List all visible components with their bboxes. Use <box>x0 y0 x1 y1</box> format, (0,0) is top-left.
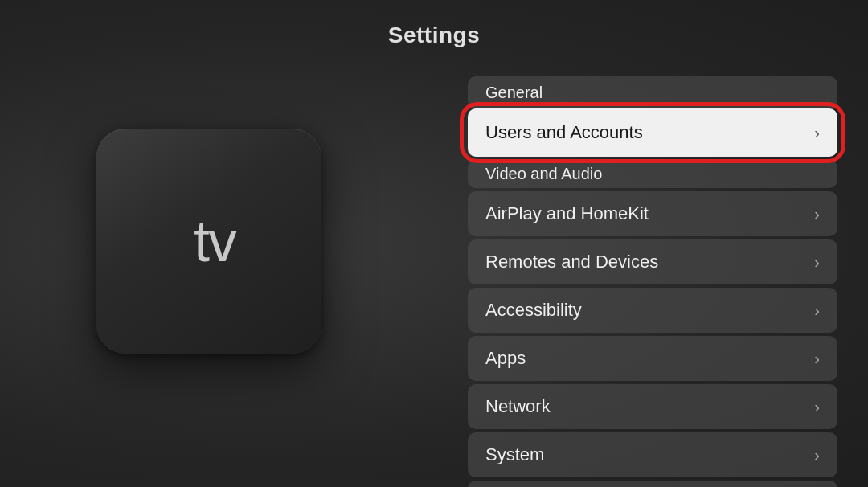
network-chevron-icon: › <box>814 398 820 416</box>
menu-item-accessibility[interactable]: Accessibility › <box>468 288 837 333</box>
system-chevron-icon: › <box>814 446 820 464</box>
apps-chevron-icon: › <box>814 350 820 368</box>
menu-item-airplay-homekit[interactable]: AirPlay and HomeKit › <box>468 191 837 236</box>
users-accounts-chevron-icon: › <box>814 124 820 142</box>
accessibility-chevron-icon: › <box>814 301 820 320</box>
airplay-homekit-label: AirPlay and HomeKit <box>485 203 649 224</box>
menu-item-sleep-now[interactable]: Sleep Now <box>468 481 837 487</box>
remotes-devices-label: Remotes and Devices <box>485 252 658 272</box>
video-audio-label: Video and Audio <box>485 165 602 183</box>
menu-item-system[interactable]: System › <box>468 432 837 477</box>
menu-item-network[interactable]: Network › <box>468 384 837 429</box>
page-title: Settings <box>388 23 480 48</box>
menu-item-video-audio-partial[interactable]: Video and Audio <box>468 160 837 188</box>
menu-item-users-accounts[interactable]: Users and Accounts › <box>468 108 837 157</box>
menu-item-apps[interactable]: Apps › <box>468 336 837 381</box>
tv-text: tv <box>194 212 235 270</box>
general-label: General <box>485 84 542 102</box>
users-accounts-wrapper: Users and Accounts › <box>468 108 837 157</box>
apps-label: Apps <box>485 348 526 369</box>
system-label: System <box>485 444 544 465</box>
accessibility-label: Accessibility <box>485 300 582 321</box>
network-label: Network <box>485 396 551 417</box>
apple-tv-box: tv <box>96 129 321 354</box>
remotes-devices-chevron-icon: › <box>814 253 820 272</box>
apple-tv-logo: tv <box>182 212 235 270</box>
settings-menu: General Users and Accounts › Video and A… <box>468 76 837 487</box>
airplay-homekit-chevron-icon: › <box>814 205 820 223</box>
users-accounts-label: Users and Accounts <box>485 122 643 143</box>
menu-item-general-partial[interactable]: General <box>468 76 837 108</box>
menu-item-remotes-devices[interactable]: Remotes and Devices › <box>468 239 837 284</box>
device-illustration: tv <box>64 96 354 386</box>
